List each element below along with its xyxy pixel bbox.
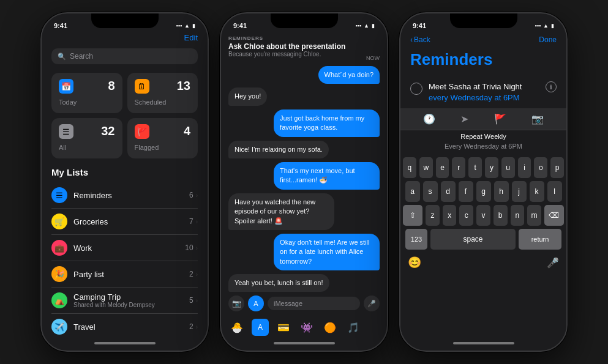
- key-u[interactable]: u: [501, 157, 515, 178]
- key-y[interactable]: y: [485, 157, 498, 178]
- party-chevron-icon: ›: [196, 271, 198, 278]
- list-item-work[interactable]: 💼 Work 10 ›: [51, 235, 198, 261]
- key-s[interactable]: s: [423, 181, 438, 202]
- pay-app-icon[interactable]: 💳: [275, 319, 292, 336]
- msg-sent-3: That's my next move, but first...ramen! …: [274, 162, 380, 190]
- emoji-app-icon[interactable]: 🐣: [228, 319, 246, 336]
- key-e[interactable]: e: [436, 157, 449, 178]
- key-x[interactable]: x: [443, 205, 457, 226]
- list-item-reminders[interactable]: ☰ Reminders 6 ›: [51, 182, 198, 209]
- scheduled-card[interactable]: 🗓 Scheduled 13: [127, 73, 198, 113]
- signal-icon-2: ▪▪▪: [356, 23, 362, 29]
- key-l[interactable]: l: [547, 181, 562, 202]
- msg-sent-1: Whatʼd ya doin?: [318, 66, 380, 84]
- key-numbers[interactable]: 123: [405, 229, 427, 250]
- key-z[interactable]: z: [426, 205, 440, 226]
- clock-tool-icon[interactable]: 🕐: [423, 113, 435, 125]
- key-w[interactable]: w: [419, 157, 433, 178]
- scheduled-label: Scheduled: [135, 98, 167, 106]
- reminders-list-count: 6: [189, 191, 193, 199]
- camera-button[interactable]: 📷: [228, 295, 244, 311]
- status-time-3: 9:41: [413, 22, 426, 29]
- status-icons-1: ▪▪▪ ▲ ▮: [176, 23, 196, 29]
- reminder-text-content: Meet Sasha at Trivia Night every Wednesd…: [429, 81, 539, 103]
- emoji-icon[interactable]: 😊: [408, 256, 421, 269]
- social-app-icon[interactable]: 🟠: [321, 319, 339, 336]
- key-o[interactable]: o: [534, 157, 547, 178]
- key-return[interactable]: return: [519, 229, 561, 250]
- party-list-count: 2: [189, 270, 193, 278]
- reminder-item-1[interactable]: Meet Sasha at Trivia Night every Wednesd…: [400, 76, 566, 108]
- msg-sent-4: Okay don't tell me! Are we still on for …: [274, 234, 380, 270]
- key-v[interactable]: v: [476, 205, 490, 226]
- key-t[interactable]: t: [468, 157, 482, 178]
- home-indicator-3: [400, 336, 566, 351]
- search-input[interactable]: Search: [70, 52, 93, 61]
- done-button[interactable]: Done: [539, 35, 557, 44]
- key-k[interactable]: k: [530, 181, 544, 202]
- game-app-icon[interactable]: 👾: [298, 319, 315, 336]
- key-p[interactable]: p: [550, 157, 564, 178]
- party-list-name: Party list: [73, 270, 189, 279]
- keyboard-area: 🕐 ➤ 🚩 📷 Repeat Weekly Every Wednesday at…: [400, 108, 566, 336]
- list-item-party[interactable]: 🎉 Party list 2 ›: [51, 261, 198, 288]
- key-b[interactable]: b: [494, 205, 508, 226]
- camping-list-name: Camping Trip: [73, 292, 189, 302]
- flagged-icon: 🚩: [135, 124, 149, 139]
- home-bar-2: [274, 342, 335, 344]
- camping-chevron-icon: ›: [196, 297, 198, 304]
- today-card[interactable]: 📅 Today 8: [51, 73, 122, 113]
- key-r[interactable]: r: [452, 157, 465, 178]
- message-input-row: 📷 A iMessage 🎤: [221, 292, 387, 315]
- list-item-groceries[interactable]: 🛒 Groceries 7 ›: [51, 209, 198, 235]
- flagged-card[interactable]: 🚩 Flagged 4: [127, 118, 198, 158]
- key-n[interactable]: n: [511, 205, 525, 226]
- store-app-icon[interactable]: A: [252, 319, 269, 336]
- location-tool-icon[interactable]: ➤: [460, 113, 468, 125]
- reminders-list-icon: ☰: [51, 187, 67, 203]
- list-item-camping[interactable]: ⛺ Camping Trip Shared with Melody Dempse…: [51, 288, 198, 314]
- key-g[interactable]: g: [476, 181, 491, 202]
- msg-received-2: Nice! I'm relaxing on my sofa.: [228, 141, 329, 158]
- notch-3: [450, 13, 517, 28]
- search-bar[interactable]: 🔍 Search: [51, 48, 198, 64]
- repeat-sub-label: Every Wednesday at 6PM: [400, 143, 566, 150]
- dictation-icon[interactable]: 🎤: [547, 257, 559, 269]
- key-shift[interactable]: ⇧: [403, 205, 422, 226]
- back-button[interactable]: ‹ Back: [410, 35, 430, 44]
- groceries-list-info: Groceries: [73, 217, 189, 226]
- key-q[interactable]: q: [403, 157, 416, 178]
- reminder-checkbox[interactable]: [410, 83, 422, 95]
- groceries-list-name: Groceries: [73, 217, 189, 226]
- key-c[interactable]: c: [459, 205, 473, 226]
- all-count: 32: [101, 124, 114, 138]
- key-m[interactable]: m: [527, 205, 541, 226]
- phone-reminders-detail: 9:41 ▪▪▪ ▲ ▮ ‹ Back Done Reminders Meet …: [399, 12, 568, 352]
- camera-tool-icon[interactable]: 📷: [531, 113, 544, 125]
- battery-icon: ▮: [192, 23, 195, 29]
- wifi-icon-3: ▲: [543, 23, 549, 29]
- key-i[interactable]: i: [518, 157, 531, 178]
- key-f[interactable]: f: [459, 181, 473, 202]
- travel-chevron-icon: ›: [196, 324, 198, 330]
- key-delete[interactable]: ⌫: [544, 205, 564, 226]
- today-label: Today: [59, 98, 77, 106]
- flag-tool-icon[interactable]: 🚩: [494, 113, 506, 125]
- home-indicator-2: [221, 336, 387, 351]
- all-card[interactable]: ☰ All 32: [51, 118, 122, 158]
- edit-button[interactable]: Edit: [184, 33, 198, 42]
- music-app-icon[interactable]: 🎵: [345, 319, 362, 336]
- imessage-input[interactable]: iMessage: [268, 297, 360, 310]
- key-d[interactable]: d: [441, 181, 456, 202]
- reminder-info-button[interactable]: ℹ: [546, 81, 557, 92]
- battery-icon-3: ▮: [551, 23, 554, 29]
- mic-button[interactable]: 🎤: [364, 295, 380, 311]
- key-h[interactable]: h: [494, 181, 509, 202]
- key-a[interactable]: a: [405, 181, 420, 202]
- appstore-button[interactable]: A: [248, 295, 264, 311]
- message-subtitle: Because you're messaging Chloe.: [228, 51, 321, 58]
- key-j[interactable]: j: [512, 181, 527, 202]
- list-item-travel[interactable]: ✈️ Travel 2 ›: [51, 314, 198, 336]
- key-space[interactable]: space: [430, 229, 516, 250]
- msg-received-3: Have you watched the new episode of our …: [228, 193, 334, 230]
